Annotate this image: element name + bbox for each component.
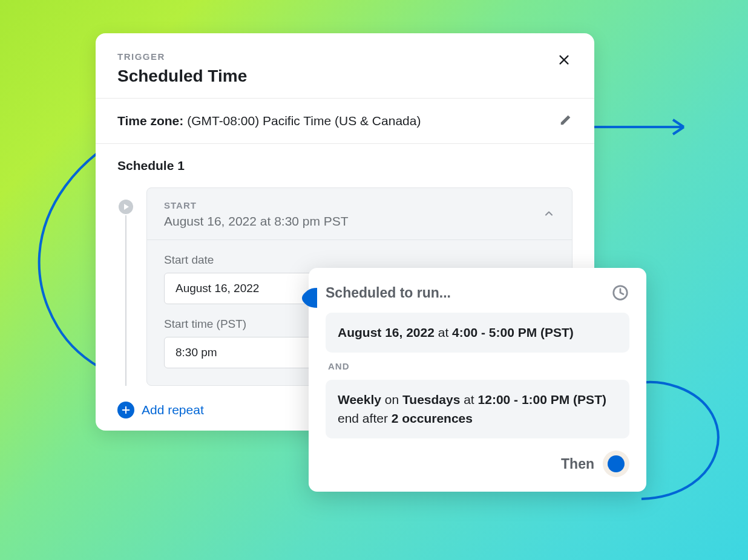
slot2-on: on xyxy=(381,392,402,406)
add-repeat-button[interactable] xyxy=(117,402,134,418)
then-connector[interactable] xyxy=(603,451,629,477)
edit-timezone-button[interactable] xyxy=(559,113,572,129)
slot2-occur: 2 occurences xyxy=(392,411,473,425)
collapse-toggle[interactable] xyxy=(543,207,555,222)
plus-icon xyxy=(121,405,131,415)
and-separator: AND xyxy=(328,361,627,371)
schedule-preview-popup: Scheduled to run... August 16, 2022 at 4… xyxy=(309,268,646,492)
slot2-day: Tuesdays xyxy=(402,392,460,406)
play-circle-icon xyxy=(117,198,134,215)
timeline-line xyxy=(125,215,126,386)
add-repeat-label[interactable]: Add repeat xyxy=(142,403,204,417)
start-date-label: Start date xyxy=(164,253,555,267)
chevron-up-icon xyxy=(543,207,555,220)
start-header[interactable]: START August 16, 2022 at 8:30 pm PST xyxy=(147,188,572,240)
close-button[interactable] xyxy=(556,51,572,68)
popup-pointer-icon xyxy=(299,285,317,309)
popup-footer: Then xyxy=(326,451,629,477)
slot2-freq: Weekly xyxy=(338,392,381,406)
slot1-date: August 16, 2022 xyxy=(338,325,435,339)
card-overline: TRIGGER xyxy=(117,51,556,62)
close-icon xyxy=(557,53,571,67)
timezone-value: (GMT-08:00) Pacific Time (US & Canada) xyxy=(187,114,421,128)
clock-icon xyxy=(611,284,629,302)
slot2-end: end after xyxy=(338,411,392,425)
card-header: TRIGGER Scheduled Time xyxy=(96,33,594,99)
popup-title: Scheduled to run... xyxy=(326,285,451,301)
start-datetime-summary: August 16, 2022 at 8:30 pm PST xyxy=(164,214,349,229)
pencil-icon xyxy=(559,113,572,126)
slot2-at: at xyxy=(460,392,477,406)
slot1-at: at xyxy=(435,325,452,339)
timezone-row: Time zone: (GMT-08:00) Pacific Time (US … xyxy=(96,99,594,144)
schedule-title: Schedule 1 xyxy=(117,158,572,173)
start-overline: START xyxy=(164,200,349,210)
slot1-time: 4:00 - 5:00 PM (PST) xyxy=(452,325,574,339)
then-label: Then xyxy=(561,456,594,472)
timezone-text: Time zone: (GMT-08:00) Pacific Time (US … xyxy=(117,114,421,128)
slot2-time: 12:00 - 1:00 PM (PST) xyxy=(478,392,606,406)
schedule-slot-2: Weekly on Tuesdays at 12:00 - 1:00 PM (P… xyxy=(326,380,629,438)
timezone-label: Time zone: xyxy=(117,114,183,128)
card-title: Scheduled Time xyxy=(117,67,556,86)
schedule-slot-1: August 16, 2022 at 4:00 - 5:00 PM (PST) xyxy=(326,313,629,353)
then-dot-icon xyxy=(608,455,625,472)
timeline-start-marker xyxy=(117,198,134,215)
